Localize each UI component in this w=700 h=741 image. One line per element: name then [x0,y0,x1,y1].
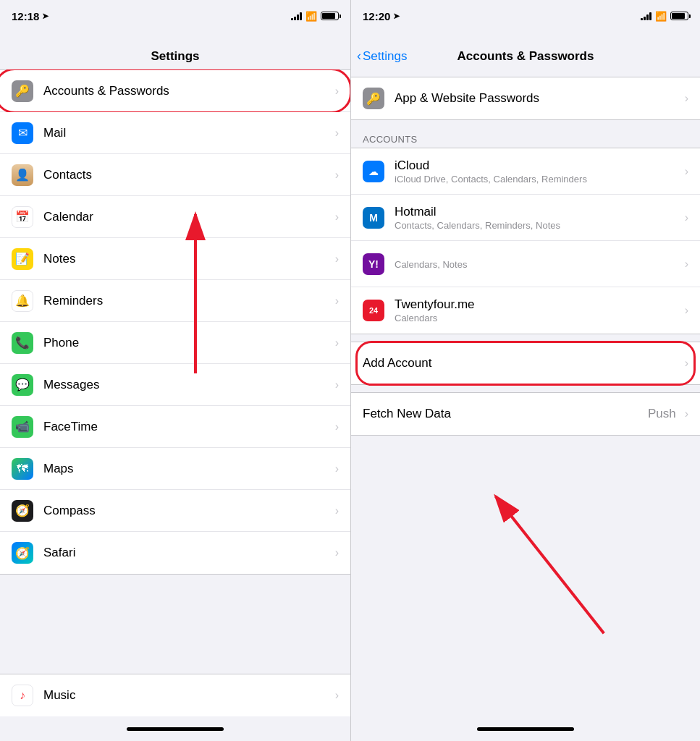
reminders-label: Reminders [43,294,329,308]
signal-icon-right [641,12,651,20]
compass-label: Compass [43,504,329,518]
yahoo-sublabel: Calendars, Notes [395,259,679,270]
yahoo-item[interactable]: Y! Calendars, Notes › [351,241,700,287]
chevron-icon: › [335,546,339,559]
reminders-icon: 🔔 [12,290,33,312]
twentyfour-text: Twentyfour.me Calendars [395,297,679,323]
hotmail-text: Hotmail Contacts, Calendars, Reminders, … [395,205,679,231]
mail-icon: ✉ [12,122,33,144]
section-gap-4 [351,385,700,392]
contacts-label: Contacts [43,168,329,182]
bottom-section: ♪ Music › [0,674,350,716]
app-website-passwords-item[interactable]: 🔑 App & Website Passwords › [351,77,700,119]
chevron-icon: › [685,211,688,224]
sidebar-item-maps[interactable]: 🗺 Maps › [0,448,350,490]
page-title-left: Settings [151,49,199,64]
section-gap-1 [351,69,700,77]
calendar-icon: 📅 [12,206,33,228]
fetch-new-data-label: Fetch New Data [363,407,648,421]
fetch-new-data-value: Push [648,407,676,421]
chevron-icon: › [685,304,688,317]
icloud-sublabel: iCloud Drive, Contacts, Calendars, Remin… [395,174,679,185]
add-account-section: Add Account › [351,342,700,385]
facetime-label: FaceTime [43,420,329,434]
mail-label: Mail [43,126,329,140]
nav-header-right: ‹ Settings Accounts & Passwords [351,32,700,69]
chevron-icon: › [335,295,339,308]
sidebar-item-compass[interactable]: 🧭 Compass › [0,490,350,532]
sidebar-item-phone[interactable]: 📞 Phone › [0,322,350,364]
home-indicator-right [477,727,574,731]
nav-header-left: Settings [0,32,350,69]
add-account-item[interactable]: Add Account › [351,342,700,384]
sidebar-item-notes[interactable]: 📝 Notes › [0,238,350,280]
sidebar-item-messages[interactable]: 💬 Messages › [0,364,350,406]
back-button[interactable]: ‹ Settings [357,48,407,64]
sidebar-item-reminders[interactable]: 🔔 Reminders › [0,280,350,322]
chevron-icon: › [685,258,688,271]
right-panel: 12:20 ➤ 📶 ‹ Settings Accounts & Password… [350,0,700,741]
section-gap-2 [351,120,700,127]
fetch-new-data-item[interactable]: Fetch New Data Push › [351,393,700,435]
hotmail-sublabel: Contacts, Calendars, Reminders, Notes [395,220,679,231]
bottom-bar-right [351,716,700,741]
contacts-icon: 👤 [12,164,33,186]
wifi-icon-right: 📶 [655,11,667,22]
messages-icon: 💬 [12,374,33,396]
main-list: 🔑 Accounts & Passwords › ✉ Mail › 👤 Cont… [0,69,350,575]
sidebar-item-music[interactable]: ♪ Music › [0,674,350,716]
sidebar-item-calendar[interactable]: 📅 Calendar › [0,196,350,238]
key-icon: 🔑 [363,88,384,109]
time-left: 12:18 ➤ [12,10,49,22]
notes-label: Notes [43,252,329,266]
section-gap-3 [351,334,700,342]
sidebar-item-mail[interactable]: ✉ Mail › [0,112,350,154]
yahoo-icon: Y! [363,253,384,275]
chevron-icon: › [335,462,339,475]
chevron-icon: › [335,378,339,391]
maps-icon: 🗺 [12,458,33,480]
icloud-text: iCloud iCloud Drive, Contacts, Calendars… [395,158,679,185]
hotmail-icon: M [363,207,384,229]
safari-icon: 🧭 [12,542,33,564]
location-icon-left: ➤ [42,12,49,21]
maps-label: Maps [43,462,329,476]
accounts-section-header: ACCOUNTS [351,127,700,148]
icloud-item[interactable]: ☁ iCloud iCloud Drive, Contacts, Calenda… [351,148,700,195]
hotmail-item[interactable]: M Hotmail Contacts, Calendars, Reminders… [351,195,700,241]
passwords-section: 🔑 App & Website Passwords › [351,77,700,120]
chevron-icon: › [335,85,339,98]
fetch-section: Fetch New Data Push › [351,392,700,436]
location-icon-right: ➤ [393,12,400,21]
sidebar-item-contacts[interactable]: 👤 Contacts › [0,154,350,196]
chevron-icon: › [335,127,339,140]
svg-line-3 [496,496,604,634]
safari-label: Safari [43,546,329,560]
status-bar-right: 12:20 ➤ 📶 [351,0,700,32]
chevron-icon: › [335,253,339,266]
music-icon: ♪ [12,685,33,706]
chevron-icon: › [685,165,688,178]
status-icons-right: 📶 [641,11,688,22]
messages-label: Messages [43,378,329,392]
chevron-icon: › [335,420,339,433]
back-label: Settings [363,49,407,64]
signal-icon-left [291,12,302,20]
phone-label: Phone [43,336,329,350]
sidebar-item-safari[interactable]: 🧭 Safari › [0,532,350,574]
sidebar-item-accounts-passwords[interactable]: 🔑 Accounts & Passwords › [0,70,350,112]
twentyfour-item[interactable]: 24 Twentyfour.me Calendars › [351,287,700,334]
music-label: Music [43,688,329,703]
icloud-label: iCloud [395,158,679,173]
chevron-icon: › [335,336,339,350]
home-indicator-left [127,727,224,731]
accounts-header-text: ACCOUNTS [363,134,417,145]
app-website-passwords-label: App & Website Passwords [395,91,679,106]
facetime-icon: 📹 [12,416,33,438]
twentyfour-sublabel: Calendars [395,313,679,323]
calendar-label: Calendar [43,210,329,224]
chevron-icon: › [685,92,688,105]
chevron-icon: › [335,504,339,517]
accounts-list: ☁ iCloud iCloud Drive, Contacts, Calenda… [351,148,700,334]
sidebar-item-facetime[interactable]: 📹 FaceTime › [0,406,350,448]
